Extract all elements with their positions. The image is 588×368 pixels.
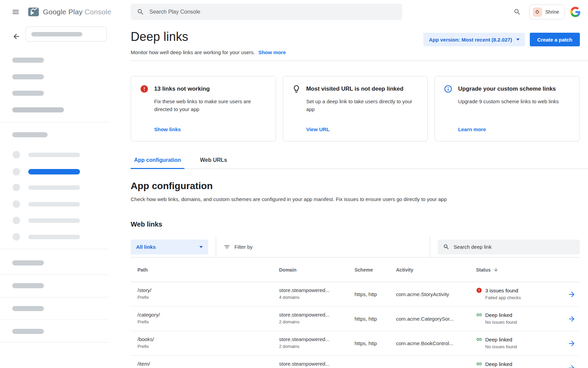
info-icon [444, 85, 453, 93]
card-body: Upgrade 9 custom scheme links to web lin… [458, 97, 571, 105]
page-subtitle: Monitor how well deep links are working … [131, 49, 255, 55]
column-header-status[interactable]: Status [476, 267, 564, 273]
links-filter-dropdown[interactable]: All links [131, 240, 208, 255]
column-header-domain: Domain [279, 267, 355, 273]
sidebar-nav-item[interactable] [0, 151, 109, 158]
skeleton-bar [12, 132, 48, 137]
search-icon [137, 8, 144, 16]
card-body: Fix these web links to make sure users a… [154, 97, 267, 113]
status-detail: Failed app checks [485, 295, 564, 300]
row-detail-arrow-button[interactable] [568, 339, 576, 348]
skeleton-bar [12, 260, 44, 265]
header-divider [131, 61, 588, 61]
arrow-forward-icon [568, 339, 576, 348]
web-links-toolbar: All links Filter by [131, 236, 580, 258]
topbar: Google Play Console Shrine [0, 0, 588, 24]
logo-text-google-play: Google Play [43, 8, 83, 16]
skeleton-bar [12, 74, 44, 79]
skeleton-bar [12, 283, 44, 288]
table-row[interactable]: /story/ Prefix store.steampowered... 4 d… [131, 282, 580, 307]
status-detail: No issues found [485, 320, 564, 325]
row-detail-arrow-button[interactable] [568, 364, 576, 368]
skeleton-bar [12, 329, 44, 334]
path-type: Prefix [137, 295, 279, 300]
sidebar-divider [0, 249, 109, 249]
header-actions: App version: Most recent (8.2.027) Creat… [423, 33, 580, 46]
sidebar-nav-item[interactable] [0, 184, 109, 191]
insight-cards: 13 links not working Fix these web links… [131, 76, 580, 141]
global-search-input[interactable] [149, 9, 396, 15]
sidebar-nav-item[interactable] [0, 200, 109, 208]
app-version-label: App version: Most recent (8.2.027) [429, 37, 512, 43]
path-value: /category/ [137, 312, 279, 318]
domain-value: store.steampowered... [279, 361, 355, 367]
sidebar-divider [0, 320, 109, 320]
arrow-back-icon [12, 32, 20, 41]
logo-text-console: Console [85, 8, 111, 16]
view-url-link[interactable]: View URL [306, 120, 419, 132]
back-button[interactable] [8, 28, 24, 45]
app-switcher-chip[interactable]: Shrine [529, 4, 565, 19]
chevron-down-icon [199, 246, 203, 248]
domain-count: 2 domains [279, 319, 355, 324]
main-content: Deep links App version: Most recent (8.2… [109, 24, 588, 368]
sidebar-nav-item[interactable] [0, 233, 109, 241]
path-value: /story/ [137, 287, 279, 293]
skeleton-bar [31, 32, 82, 36]
play-console-logo[interactable]: Google Play Console [28, 0, 111, 24]
show-more-link[interactable]: Show more [258, 49, 286, 55]
deep-link-search-input[interactable] [454, 244, 574, 250]
nav-item-icon-placeholder [13, 200, 20, 208]
card-upgrade-custom-scheme: Upgrade your custom scheme links Upgrade… [435, 76, 580, 141]
table-row[interactable]: /category/ Prefix store.steampowered... … [131, 307, 580, 331]
search-icon [513, 8, 521, 16]
skeleton-bar [12, 91, 44, 96]
scheme-value: https, http [355, 291, 396, 297]
skeleton-bar [28, 235, 80, 239]
sidebar-nav-item-selected[interactable] [0, 168, 109, 175]
logo-text: Google Play Console [43, 8, 111, 16]
skeleton-bar [12, 306, 44, 311]
show-links-link[interactable]: Show links [154, 120, 267, 132]
table-row[interactable]: /item/ store.steampowered... Deep linked [131, 356, 580, 368]
section-title: App configuration [131, 181, 580, 191]
sort-descending-icon [493, 267, 499, 272]
filter-icon [224, 244, 230, 250]
status-value: 3 issues found [485, 288, 518, 293]
nav-item-icon-placeholder [13, 168, 20, 175]
link-icon [476, 312, 482, 318]
app-version-dropdown[interactable]: App version: Most recent (8.2.027) [423, 33, 525, 46]
sidebar-divider [0, 275, 109, 275]
skeleton-bar [28, 153, 80, 157]
arrow-forward-icon [568, 364, 576, 368]
deep-link-search-bar[interactable] [438, 240, 580, 255]
create-patch-button[interactable]: Create a patch [530, 33, 580, 46]
global-search-bar[interactable] [131, 4, 402, 20]
google-account-avatar[interactable] [570, 6, 581, 18]
hamburger-menu-button[interactable] [7, 4, 24, 20]
links-filter-label: All links [136, 244, 156, 250]
sidebar [0, 24, 109, 368]
link-icon [476, 361, 482, 367]
nav-item-icon-placeholder [13, 151, 20, 158]
sidebar-nav-item[interactable] [0, 217, 109, 224]
tab-app-configuration[interactable]: App configuration [131, 157, 184, 169]
arrow-forward-icon [568, 290, 576, 298]
tab-web-urls[interactable]: Web URLs [197, 157, 231, 169]
status-header-label: Status [476, 267, 491, 273]
nav-item-icon-placeholder [13, 217, 20, 224]
activity-value: com.acme.StoryActivity [396, 291, 476, 297]
row-detail-arrow-button[interactable] [568, 315, 576, 323]
learn-more-link[interactable]: Learn more [458, 120, 571, 132]
hamburger-icon [12, 8, 20, 16]
search-icon [443, 244, 450, 250]
filter-by-control[interactable]: Filter by [216, 236, 430, 257]
google-g-icon [570, 7, 581, 17]
secondary-search-button[interactable] [510, 4, 525, 19]
sidebar-divider [0, 297, 109, 297]
filter-by-label: Filter by [234, 244, 252, 250]
column-header-scheme: Scheme [355, 267, 396, 273]
lightbulb-icon [292, 85, 301, 93]
row-detail-arrow-button[interactable] [568, 290, 576, 298]
table-row[interactable]: /books/ Prefix store.steampowered... 2 d… [131, 331, 580, 356]
